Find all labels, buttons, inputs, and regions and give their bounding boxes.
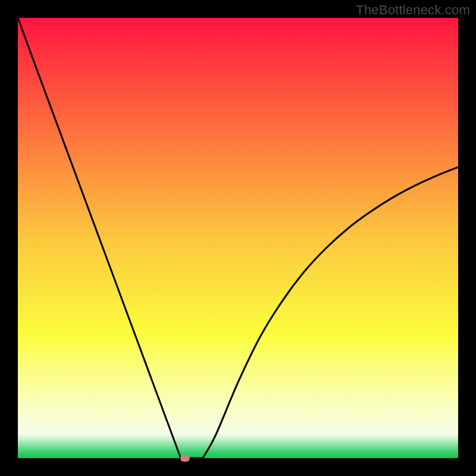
chart-plot (18, 18, 458, 458)
watermark-text: TheBottleneck.com (356, 2, 470, 18)
chart-marker (180, 455, 190, 462)
chart-frame: TheBottleneck.com (0, 0, 476, 476)
chart-background (18, 18, 458, 458)
